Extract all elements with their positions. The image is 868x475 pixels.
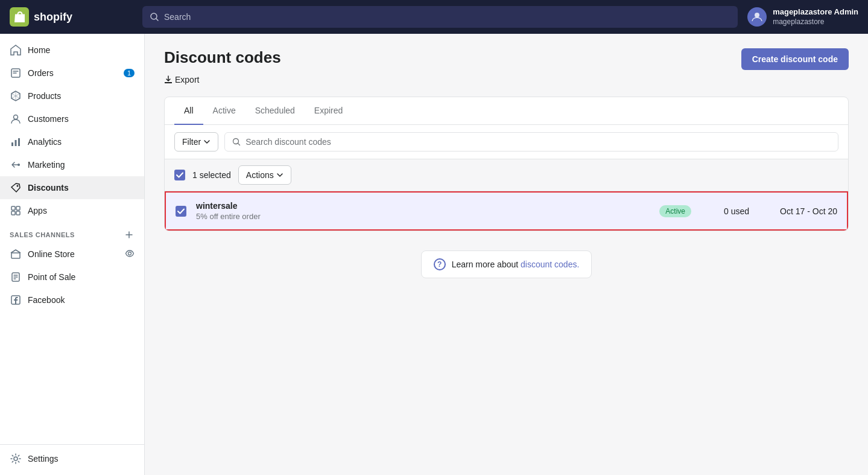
add-sales-channel-icon[interactable]: [124, 229, 135, 240]
discounts-icon: [10, 182, 22, 194]
sidebar-item-discounts[interactable]: Discounts: [0, 176, 144, 199]
info-footer: ? Learn more about discount codes.: [164, 231, 849, 288]
discount-codes-link[interactable]: discount codes.: [521, 260, 579, 269]
actions-button[interactable]: Actions: [238, 165, 291, 185]
svg-point-8: [17, 185, 19, 187]
filter-button[interactable]: Filter: [174, 132, 218, 151]
search-icon: [150, 12, 159, 22]
chevron-down-icon: [203, 138, 211, 145]
topnav-right: mageplazastore Admin mageplazastore: [747, 7, 858, 27]
sales-channels-section: SALES CHANNELS: [0, 222, 144, 243]
discount-description: 5% off entire order: [196, 212, 650, 221]
info-text: Learn more about discount codes.: [452, 260, 580, 269]
sidebar-item-settings[interactable]: Settings: [0, 447, 144, 470]
sidebar-item-customers[interactable]: Customers: [0, 107, 144, 130]
svg-rect-10: [16, 206, 20, 210]
top-navigation: shopify mageplazastore Admin mageplazast…: [0, 0, 868, 34]
sidebar-item-apps[interactable]: Apps: [0, 199, 144, 222]
store-icon: [10, 248, 22, 260]
sales-channels-label: SALES CHANNELS: [10, 231, 75, 238]
sidebar-item-analytics-label: Analytics: [28, 137, 62, 147]
status-badge: Active: [659, 205, 691, 217]
orders-badge: 1: [124, 69, 135, 77]
export-link[interactable]: Export: [164, 75, 849, 84]
sidebar-item-online-store-label: Online Store: [28, 249, 75, 259]
svg-rect-6: [18, 138, 20, 146]
apps-icon: [10, 205, 22, 217]
filter-label: Filter: [182, 137, 201, 147]
sidebar-item-customers-label: Customers: [28, 114, 69, 124]
svg-rect-13: [11, 253, 20, 258]
sidebar-item-analytics[interactable]: Analytics: [0, 130, 144, 153]
logo[interactable]: shopify: [10, 7, 142, 27]
user-info: mageplazastore Admin mageplazastore: [773, 7, 858, 27]
row-check-icon: [177, 208, 185, 214]
svg-rect-5: [15, 140, 17, 146]
discounts-card: All Active Scheduled Expired Filter: [164, 97, 849, 231]
sidebar-item-facebook[interactable]: Facebook: [0, 289, 144, 311]
facebook-icon: [10, 294, 22, 306]
selection-count: 1 selected: [192, 170, 231, 180]
filter-bar: Filter: [165, 125, 848, 159]
discount-used: 0 used: [701, 206, 749, 216]
logo-text: shopify: [34, 11, 72, 24]
row-checkbox[interactable]: [176, 206, 186, 217]
tabs: All Active Scheduled Expired: [165, 97, 848, 125]
tab-scheduled[interactable]: Scheduled: [246, 97, 305, 125]
selection-bar: 1 selected Actions: [165, 159, 848, 191]
settings-icon: [10, 453, 22, 465]
svg-point-1: [755, 13, 759, 18]
tab-all[interactable]: All: [174, 97, 203, 125]
svg-rect-9: [11, 206, 15, 210]
svg-rect-4: [11, 142, 13, 146]
sidebar-item-marketing-label: Marketing: [28, 160, 65, 170]
discount-search-input[interactable]: [246, 137, 831, 147]
info-box: ? Learn more about discount codes.: [421, 250, 592, 278]
sidebar-item-apps-label: Apps: [28, 206, 47, 215]
sidebar-item-home-label: Home: [28, 45, 50, 55]
main-content: Discount codes Create discount code Expo…: [145, 34, 868, 475]
sidebar-item-orders[interactable]: Orders 1: [0, 62, 144, 84]
pos-icon: [10, 271, 22, 283]
discount-info: wintersale 5% off entire order: [196, 201, 650, 221]
home-icon: [10, 44, 22, 56]
username: mageplazastore Admin: [773, 7, 858, 18]
sidebar-item-products[interactable]: Products: [0, 84, 144, 107]
sidebar-item-pos-label: Point of Sale: [28, 272, 75, 282]
avatar[interactable]: [747, 7, 767, 27]
sidebar-item-discounts-label: Discounts: [28, 183, 69, 193]
svg-point-14: [128, 252, 131, 255]
help-icon: ?: [434, 258, 446, 270]
actions-chevron-icon: [276, 171, 284, 179]
orders-icon: [10, 67, 22, 79]
create-discount-button[interactable]: Create discount code: [741, 48, 849, 70]
eye-icon[interactable]: [125, 249, 135, 260]
store-name: mageplazastore: [773, 18, 858, 27]
products-icon: [10, 90, 22, 102]
sidebar-item-online-store[interactable]: Online Store: [0, 243, 144, 266]
sidebar-item-marketing[interactable]: Marketing: [0, 153, 144, 176]
page-header: Discount codes Create discount code: [164, 48, 849, 70]
search-bar-icon: [232, 138, 241, 146]
tab-expired[interactable]: Expired: [305, 97, 352, 125]
svg-point-7: [17, 164, 20, 166]
sidebar-item-products-label: Products: [28, 91, 61, 101]
customers-icon: [10, 113, 22, 125]
svg-point-3: [14, 115, 18, 120]
page-title: Discount codes: [164, 48, 281, 67]
sidebar-item-home[interactable]: Home: [0, 39, 144, 62]
shopify-bag-icon: [10, 7, 29, 27]
sidebar-item-pos[interactable]: Point of Sale: [0, 266, 144, 289]
export-label: Export: [175, 75, 199, 84]
tab-active[interactable]: Active: [203, 97, 246, 125]
discount-name: wintersale: [196, 201, 650, 211]
sidebar-item-facebook-label: Facebook: [28, 295, 65, 305]
search-bar[interactable]: [224, 132, 838, 151]
select-all-checkbox[interactable]: [174, 170, 185, 180]
marketing-icon: [10, 159, 22, 171]
search-input[interactable]: [164, 12, 730, 22]
discount-row[interactable]: wintersale 5% off entire order Active 0 …: [165, 191, 848, 231]
sidebar-item-orders-label: Orders: [28, 68, 54, 78]
global-search[interactable]: [142, 6, 738, 28]
check-icon: [176, 172, 183, 178]
